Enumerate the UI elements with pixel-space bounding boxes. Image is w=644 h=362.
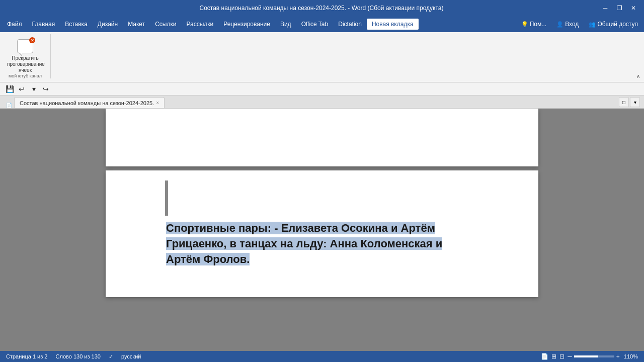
word-count: Слово 130 из 130 (53, 353, 103, 359)
stop-label: Прекратить проговаривание ячеек (7, 55, 43, 73)
tab-bar-icon[interactable]: 📄 (4, 103, 14, 108)
redo-button[interactable]: ↪ (40, 83, 51, 95)
save-qa-button[interactable]: 💾 (4, 83, 15, 95)
menu-insert[interactable]: Вставка (60, 19, 93, 30)
menu-officetab[interactable]: Office Tab (296, 19, 334, 30)
menu-dictation[interactable]: Dictation (333, 19, 367, 30)
document-text[interactable]: Спортивные пары: - Елизавета Осокина и А… (166, 221, 478, 267)
status-bar: Страница 1 из 2 Слово 130 из 130 ✓ русск… (0, 351, 644, 362)
undo-icon: ↩ (19, 85, 25, 93)
title-bar-text: Состав национальной команды на сезон-202… (44, 5, 599, 12)
menu-file[interactable]: Файл (2, 19, 27, 30)
document-area: Спортивные пары: - Елизавета Осокина и А… (0, 109, 644, 351)
menu-view[interactable]: Вид (275, 19, 296, 30)
menu-review[interactable]: Рецензирование (218, 19, 275, 30)
save-icon: 💾 (6, 85, 14, 93)
page-wrapper: Спортивные пары: - Елизавета Осокина и А… (0, 109, 644, 351)
document-content: Спортивные пары: - Елизавета Осокина и А… (0, 109, 644, 351)
zoom-controls: ─ + 110% (568, 353, 640, 360)
share-button[interactable]: 👥 Общий доступ (585, 19, 642, 30)
minimize-button[interactable]: ─ (599, 3, 612, 13)
channel-label: мой ютуб канал (9, 73, 42, 78)
ribbon: ✕ Прекратить проговаривание ячеек мой ют… (0, 32, 644, 82)
ribbon-stop-group: ✕ Прекратить проговаривание ячеек мой ют… (0, 34, 51, 78)
undo-button[interactable]: ↩ (16, 83, 27, 95)
menu-home[interactable]: Главная (27, 19, 60, 30)
menu-newtab[interactable]: Новая вкладка (367, 19, 419, 30)
login-button[interactable]: 👤 Вход (552, 19, 583, 30)
check-icon: ✓ (107, 353, 115, 360)
undo-dropdown-icon: ▾ (32, 85, 36, 93)
tab-square-button[interactable]: □ (619, 97, 629, 107)
restore-button[interactable]: ❐ (613, 3, 626, 13)
title-bar: Состав национальной команды на сезон-202… (0, 0, 644, 16)
title-bar-controls: ─ ❐ ✕ (599, 3, 640, 13)
menu-design[interactable]: Дизайн (93, 19, 123, 30)
menu-references[interactable]: Ссылки (150, 19, 181, 30)
highlighted-text: Спортивные пары: - Елизавета Осокина и А… (166, 222, 442, 265)
tab-bar: 📄 Состав национальной команды на сезон-2… (0, 96, 644, 109)
page-content-area: Спортивные пары: - Елизавета Осокина и А… (106, 170, 538, 297)
quick-access-toolbar: 💾 ↩ ▾ ↪ (0, 82, 644, 96)
tab-arrow-button[interactable]: ▾ (630, 97, 640, 107)
doc-tab-close[interactable]: × (156, 100, 159, 106)
menu-bar: Файл Главная Вставка Дизайн Макет Ссылки… (0, 16, 644, 32)
selection-bar (165, 180, 168, 216)
page-count: Страница 1 из 2 (4, 353, 49, 359)
document-tab[interactable]: Состав национальной команды на сезон-202… (14, 97, 165, 108)
close-button[interactable]: ✕ (627, 3, 640, 13)
zoom-in-icon[interactable]: + (616, 353, 620, 360)
stop-speech-button[interactable]: ✕ Прекратить проговаривание ячеек мой ют… (4, 36, 46, 80)
ribbon-collapse-button[interactable]: ∧ (634, 72, 642, 80)
help-button[interactable]: 💡 Пом... (517, 19, 551, 30)
redo-icon: ↪ (43, 85, 49, 93)
view-web-icon[interactable]: ⊞ (551, 353, 556, 360)
status-right: 📄 ⊞ ⊡ ─ + 110% (541, 353, 640, 360)
zoom-slider[interactable] (574, 355, 614, 357)
zoom-level: 110% (622, 353, 640, 359)
tab-bar-controls: □ ▾ (619, 97, 640, 108)
page-2[interactable]: Спортивные пары: - Елизавета Осокина и А… (106, 170, 538, 297)
menu-mailings[interactable]: Рассылки (181, 19, 218, 30)
undo-dropdown-button[interactable]: ▾ (28, 83, 39, 95)
stop-speech-icon: ✕ (17, 38, 33, 54)
view-focus-icon[interactable]: ⊡ (559, 353, 565, 360)
menu-right-area: 💡 Пом... 👤 Вход 👥 Общий доступ (517, 19, 642, 30)
page-top-margin (106, 109, 538, 166)
page-1 (106, 109, 538, 166)
doc-tab-title: Состав национальной команды на сезон-202… (20, 100, 154, 106)
menu-layout[interactable]: Макет (123, 19, 150, 30)
zoom-slider-fill (574, 355, 598, 357)
close-badge: ✕ (29, 37, 35, 43)
view-print-icon[interactable]: 📄 (541, 353, 548, 360)
language: русский (119, 353, 143, 359)
zoom-out-icon[interactable]: ─ (568, 353, 572, 360)
